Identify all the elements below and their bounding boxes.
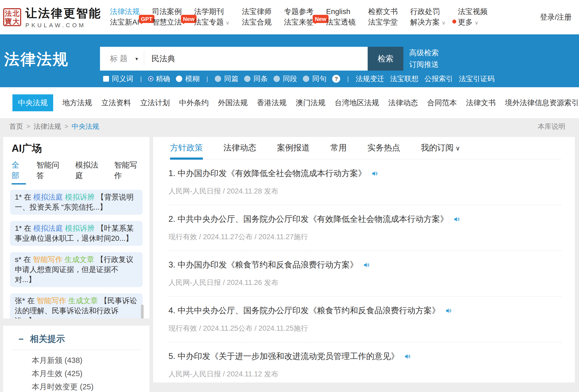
banner-link-1[interactable]: 法规变迁	[356, 74, 384, 84]
related-tip-1[interactable]: 本月新颁 (438)	[32, 354, 142, 367]
nav-item-bottom[interactable]: 智慧立法	[152, 17, 182, 27]
nav-item-bottom[interactable]: 法宝专题∨	[194, 17, 230, 28]
nav-item-top[interactable]: 法宝视频	[458, 6, 487, 17]
library-tab-8[interactable]: 澳门法规	[296, 94, 325, 111]
radio-muted-icon[interactable]	[215, 76, 221, 82]
library-tab-5[interactable]: 中外条约	[179, 94, 209, 111]
speaker-icon[interactable]	[371, 170, 379, 177]
radio-muted-icon[interactable]	[244, 76, 250, 82]
scope-option[interactable]: 同条	[244, 74, 268, 84]
speaker-icon[interactable]	[453, 216, 461, 223]
nav-item-bottom[interactable]: 法宝学堂	[368, 17, 398, 27]
nav-item-top[interactable]: 法学期刊	[194, 6, 230, 17]
nav-item-top[interactable]: 行政处罚	[410, 6, 446, 17]
collapse-icon[interactable]: −	[19, 334, 24, 344]
nav-item-top[interactable]: English	[326, 6, 356, 17]
library-tab-6[interactable]: 外国法规	[218, 94, 248, 111]
nav-group-8[interactable]: 行政处罚解决方案∨	[410, 6, 446, 28]
nav-group-4[interactable]: 法宝律师法宝合规	[242, 6, 272, 28]
breadcrumb-item-2[interactable]: 法律法规	[34, 122, 61, 131]
related-tip-2[interactable]: 本月生效 (425)	[32, 367, 142, 380]
scope-option[interactable]: 同句	[303, 74, 326, 84]
library-tab-7[interactable]: 香港法规	[257, 94, 286, 111]
nav-item-top[interactable]: 专题参考	[284, 6, 314, 17]
news-item-title[interactable]: 1. 中办国办印发《有效降低全社会物流成本行动方案》	[168, 168, 562, 179]
ai-tab-3[interactable]: 模拟法庭	[75, 160, 104, 185]
library-tab-12[interactable]: 法律文书	[466, 94, 496, 111]
breadcrumb-item-1[interactable]: 首页	[9, 122, 23, 131]
related-tip-3[interactable]: 本月时效变更 (25)	[32, 380, 142, 392]
radio-muted-icon[interactable]	[273, 76, 280, 82]
scope-option[interactable]: 同篇	[215, 74, 238, 84]
scope-option[interactable]: 同段	[273, 74, 297, 84]
breadcrumb-item-3[interactable]: 中央法规	[72, 122, 99, 131]
radio-selected-icon[interactable]	[149, 77, 153, 81]
speaker-icon[interactable]	[404, 353, 411, 360]
match-option-filled[interactable]: 模糊	[176, 74, 199, 84]
content-tab-2[interactable]: 法律动态	[224, 142, 256, 159]
content-tab-3[interactable]: 案例报道	[277, 142, 310, 159]
site-logo[interactable]: 法北寶大 让法律更智能 PKULAW.COM	[3, 6, 102, 29]
content-tab-6[interactable]: 我的订阅∨	[421, 142, 460, 159]
nav-item-bottom[interactable]: 解决方案∨	[410, 17, 446, 28]
library-tab-3[interactable]: 立法资料	[101, 94, 131, 111]
news-item-title[interactable]: 2. 中共中央办公厅、国务院办公厅印发《有效降低全社会物流成本行动方案》	[168, 214, 562, 225]
library-tab-2[interactable]: 地方法规	[62, 94, 92, 111]
news-item-title[interactable]: 5. 中办印发《关于进一步加强和改进流动党员管理工作的意见》	[168, 351, 562, 362]
nav-group-7[interactable]: 检察文书法宝学堂	[368, 6, 398, 28]
nav-item-top[interactable]: 检察文书	[368, 6, 398, 17]
nav-item-top[interactable]: 法宝律师	[242, 6, 272, 17]
advanced-search-link[interactable]: 高级检索	[409, 48, 439, 58]
search-field-selector[interactable]: 标 题 ▾	[100, 52, 144, 66]
nav-item-bottom[interactable]: 法宝新AI	[110, 17, 140, 27]
nav-item-bottom[interactable]: 法宝透镜	[326, 17, 356, 27]
radio-muted-icon[interactable]	[303, 76, 309, 82]
synonym-checkbox[interactable]	[103, 76, 109, 82]
nav-item-top[interactable]: 司法案例	[152, 6, 182, 17]
nav-group-1[interactable]: 法律法规法宝新AIGPT	[110, 6, 140, 28]
library-tab-10[interactable]: 法律动态	[388, 94, 418, 111]
nav-group-6[interactable]: English法宝透镜	[326, 6, 356, 28]
content-tab-5[interactable]: 实务热点	[367, 142, 400, 159]
nav-group-3[interactable]: 法学期刊法宝专题∨	[194, 6, 230, 28]
ai-feed-item[interactable]: 张* 在 智能写作 生成文章 【民事诉讼法的理解、民事诉讼法和行政诉讼...】	[10, 293, 143, 319]
subscribe-push-link[interactable]: 订阅推送	[409, 60, 439, 69]
synonym-option[interactable]: 同义词	[103, 74, 133, 84]
nav-item-bottom[interactable]: 更多∨	[458, 17, 487, 28]
help-icon[interactable]: ?	[332, 75, 340, 83]
news-item-title[interactable]: 3. 中办国办印发《粮食节约和反食品浪费行动方案》	[168, 259, 562, 270]
news-item-title[interactable]: 4. 中共中央办公厅、国务院办公厅印发《粮食节约和反食品浪费行动方案》	[168, 305, 562, 316]
ai-tab-2[interactable]: 智能问答	[37, 160, 65, 185]
speaker-icon[interactable]	[363, 261, 370, 269]
radio-filled-icon[interactable]	[176, 76, 182, 82]
content-tab-4[interactable]: 常用	[330, 142, 347, 159]
search-input[interactable]	[144, 47, 368, 71]
content-tab-1[interactable]: 方针政策	[170, 142, 203, 159]
nav-item-bottom[interactable]: 法宝来签	[284, 17, 314, 27]
banner-link-3[interactable]: 公报索引	[425, 74, 453, 84]
login-register-link[interactable]: 登录/注册	[540, 12, 572, 22]
library-tab-4[interactable]: 立法计划	[140, 94, 170, 111]
library-tab-11[interactable]: 合同范本	[427, 94, 457, 111]
scrollbar-thumb[interactable]	[141, 305, 144, 319]
speaker-icon[interactable]	[445, 307, 452, 314]
feed-segment	[63, 193, 65, 201]
ai-feed-item[interactable]: 1* 在 模拟法庭 模拟诉辨 【叶某系某事业单位退休职工，退休时间20...】	[10, 221, 143, 246]
banner-link-4[interactable]: 法宝引证码	[459, 74, 495, 84]
banner-link-2[interactable]: 法宝联想	[390, 74, 419, 84]
library-tab-9[interactable]: 台湾地区法规	[335, 94, 379, 111]
library-description-link[interactable]: 本库说明	[538, 122, 565, 131]
match-option-selected[interactable]: 精确	[149, 74, 170, 84]
nav-item-top[interactable]: 法律法规	[110, 6, 140, 17]
search-button[interactable]: 检索	[368, 47, 403, 71]
nav-item-bottom[interactable]: 法宝合规	[242, 17, 272, 27]
ai-tab-4[interactable]: 智能写作	[114, 160, 143, 185]
nav-group-5[interactable]: 专题参考法宝来签New	[284, 6, 314, 28]
ai-tab-1[interactable]: 全部	[12, 160, 26, 185]
nav-group-2[interactable]: 司法案例智慧立法New	[152, 6, 182, 28]
ai-feed-item[interactable]: s* 在 智能写作 生成文章 【行政复议申请人想查阅证据，但是证据不对...】	[10, 252, 143, 287]
library-tab-13[interactable]: 境外法律信息资源索引	[505, 94, 579, 111]
nav-group-9[interactable]: 法宝视频更多∨	[458, 6, 487, 28]
library-tab-1[interactable]: 中央法规	[12, 94, 53, 111]
ai-feed-item[interactable]: 1* 在 模拟法庭 模拟诉辨 【背景说明 一、投资关系 “东莞信托...】	[10, 190, 143, 215]
